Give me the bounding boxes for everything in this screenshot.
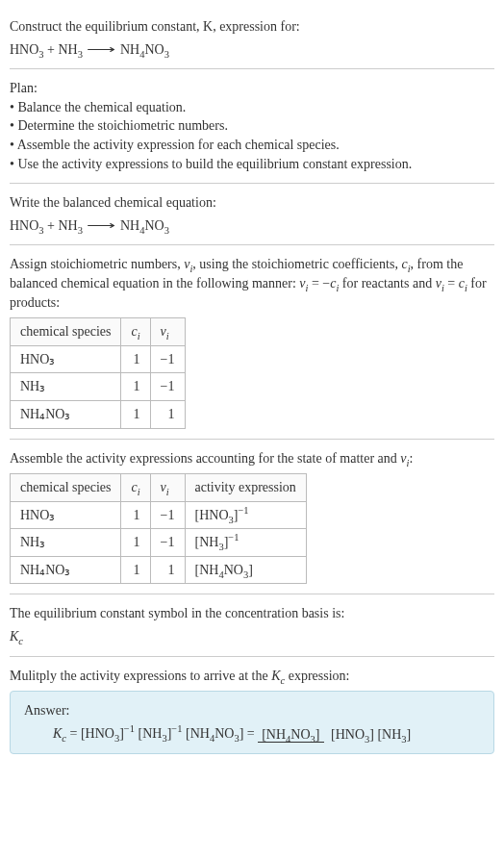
cell-nui: −1 <box>150 373 185 401</box>
prompt-section: Construct the equilibrium constant, K, e… <box>10 8 494 69</box>
table-row: HNO₃ 1 −1 [HNO3]−1 <box>11 501 307 529</box>
col-nui: νi <box>150 474 185 502</box>
term-nh4no3: [NH4NO3] <box>186 726 243 741</box>
plan-section: Plan: • Balance the chemical equation. •… <box>10 69 494 184</box>
cell-ci: 1 <box>121 501 150 529</box>
col-activity: activity expression <box>185 474 306 502</box>
species-nh4no3: NH4NO3 <box>120 42 169 57</box>
col-species: chemical species <box>11 474 121 502</box>
term-hno3-inv: [HNO3]−1 <box>81 726 135 741</box>
activity-section: Assemble the activity expressions accoun… <box>10 440 494 595</box>
cell-species: NH₃ <box>11 529 121 557</box>
fraction-denominator: [HNO3] [NH3] <box>327 727 415 742</box>
symbol-line: The equilibrium constant symbol in the c… <box>10 604 494 623</box>
col-ci: ci <box>121 474 150 502</box>
answer-equation: Kc = [HNO3]−1 [NH3]−1 [NH4NO3] = [NH4NO3… <box>53 724 480 745</box>
table-row: NH₃ 1 −1 [NH3]−1 <box>11 529 307 557</box>
plan-bullet: • Determine the stoichiometric numbers. <box>10 116 494 136</box>
cell-ci: 1 <box>121 345 150 373</box>
cell-ci: 1 <box>121 529 150 557</box>
unbalanced-equation: HNO3 + NH3 ⟶ NH4NO3 <box>10 40 494 60</box>
species-nh4no3: NH4NO3 <box>120 218 169 233</box>
balanced-section: Write the balanced chemical equation: HN… <box>10 184 494 245</box>
species-hno3: HNO3 <box>10 42 44 57</box>
cell-activity: [NH3]−1 <box>185 529 306 557</box>
reaction-arrow-icon: ⟶ <box>87 216 115 236</box>
table-row: NH₄NO₃ 1 1 [NH4NO3] <box>11 556 307 584</box>
cell-species: HNO₃ <box>11 501 121 529</box>
col-species: chemical species <box>11 318 121 346</box>
table-header-row: chemical species ci νi activity expressi… <box>11 474 307 502</box>
term-nh3-inv: [NH3]−1 <box>139 726 183 741</box>
cell-ci: 1 <box>121 556 150 584</box>
cell-nui: −1 <box>150 529 185 557</box>
stoich-intro: Assign stoichiometric numbers, νi, using… <box>10 255 494 312</box>
col-nui: νi <box>150 318 185 346</box>
table-row: HNO₃ 1 −1 <box>11 345 186 373</box>
cell-ci: 1 <box>121 373 150 401</box>
cell-nui: 1 <box>150 400 185 428</box>
table-row: NH₄NO₃ 1 1 <box>11 400 186 428</box>
answer-section: Mulitply the activity expressions to arr… <box>10 657 494 765</box>
prompt-line: Construct the equilibrium constant, K, e… <box>10 19 300 34</box>
stoich-table: chemical species ci νi HNO₃ 1 −1 NH₃ 1 −… <box>10 317 186 428</box>
reaction-arrow-icon: ⟶ <box>87 40 115 60</box>
balanced-title: Write the balanced chemical equation: <box>10 193 494 213</box>
symbol-section: The equilibrium constant symbol in the c… <box>10 594 494 656</box>
prompt-text: Construct the equilibrium constant, K, e… <box>10 17 494 37</box>
plan-bullet: • Use the activity expressions to build … <box>10 155 494 174</box>
stoich-section: Assign stoichiometric numbers, νi, using… <box>10 245 494 439</box>
cell-activity: [HNO3]−1 <box>185 501 306 529</box>
cell-nui: −1 <box>150 501 185 529</box>
balanced-equation: HNO3 + NH3 ⟶ NH4NO3 <box>10 216 494 236</box>
cell-species: NH₃ <box>11 373 121 401</box>
col-ci: ci <box>121 318 150 346</box>
cell-species: NH₄NO₃ <box>11 400 121 428</box>
cell-ci: 1 <box>121 400 150 428</box>
cell-nui: 1 <box>150 556 185 584</box>
cell-species: NH₄NO₃ <box>11 556 121 584</box>
multiply-line: Mulitply the activity expressions to arr… <box>10 667 494 686</box>
cell-nui: −1 <box>150 345 185 373</box>
fraction: [NH4NO3] [HNO3] [NH3] <box>258 725 415 745</box>
activity-table: chemical species ci νi activity expressi… <box>10 473 307 584</box>
species-nh3: NH3 <box>59 42 83 57</box>
cell-activity: [NH4NO3] <box>185 556 306 584</box>
plan-title: Plan: <box>10 79 494 98</box>
fraction-numerator: [NH4NO3] <box>258 727 323 743</box>
table-header-row: chemical species ci νi <box>11 318 186 346</box>
answer-label: Answer: <box>24 701 480 720</box>
species-hno3: HNO3 <box>10 218 44 233</box>
plan-bullet: • Assemble the activity expression for e… <box>10 136 494 155</box>
species-nh3: NH3 <box>59 218 83 233</box>
plan-bullet: • Balance the chemical equation. <box>10 98 494 117</box>
answer-box: Answer: Kc = [HNO3]−1 [NH3]−1 [NH4NO3] =… <box>10 691 494 754</box>
cell-species: HNO₃ <box>11 345 121 373</box>
table-row: NH₃ 1 −1 <box>11 373 186 401</box>
symbol-kc: Kc <box>10 627 494 646</box>
activity-title: Assemble the activity expressions accoun… <box>10 449 494 468</box>
